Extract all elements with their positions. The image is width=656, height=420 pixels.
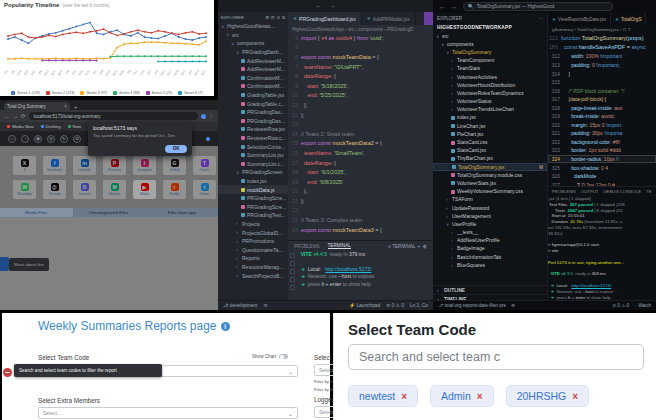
terminal-actions[interactable]: ∨ TERMINAL ＋ 🗑 (388, 244, 427, 249)
new-folder-icon[interactable]: ⊟ (271, 15, 275, 20)
explorer-item[interactable]: ›UpdatePassword (433, 204, 547, 212)
tab-files-from-app[interactable]: Files from app (145, 210, 218, 215)
command-center-search[interactable]: 🔍 TotalOrgSummary.jsx — HighestGood (463, 2, 613, 11)
explorer-item[interactable]: ›AddNewUserProfile (433, 237, 547, 245)
explorer-item[interactable]: index.jsx (433, 114, 547, 122)
app-tile[interactable]: TTwitch (193, 156, 216, 175)
explorer-item[interactable]: ›VolunteerRolesTeamDynamics (433, 89, 547, 97)
app-tile[interactable]: inLinkedIn (73, 156, 96, 175)
app-tile[interactable]: ▶Media (133, 180, 156, 199)
reload-icon[interactable]: ⟳ (21, 113, 26, 119)
team-code-search-input[interactable]: Search and select team c (348, 344, 644, 370)
app-tile[interactable]: WWhatsApp (13, 180, 36, 199)
explorer-item[interactable]: ∨src (433, 32, 547, 40)
tab-media-files[interactable]: Media Files (0, 208, 73, 217)
explorer-item[interactable]: TotalOrgSummary.jsxM (433, 163, 547, 171)
terminal-output[interactable]: VITE v4.4.5 ready in 379 ms ➜ Local: htt… (298, 251, 374, 292)
team-code-chip[interactable]: Admin × (430, 385, 494, 407)
explorer-item[interactable]: ›Projects (218, 220, 288, 229)
explorer-item[interactable]: GradingTable.jsx (218, 91, 288, 100)
explorer-item[interactable]: ∨components (433, 40, 547, 48)
tab-output[interactable]: OUTPUT (581, 189, 599, 194)
explorer-item[interactable]: ∨TotalOrgSummary (433, 48, 547, 56)
explorer-item[interactable]: StatsCard.css (433, 138, 547, 146)
explorer-item[interactable]: PRGradingDas... (218, 108, 288, 117)
browser-tab[interactable]: Total Org Summary × (4, 102, 70, 110)
app-tile[interactable]: @Threads (43, 180, 66, 199)
explorer-item[interactable]: ›SearchProjectsB... (218, 271, 288, 280)
remove-icon[interactable]: × (477, 391, 483, 402)
explorer-item[interactable]: ›BlueSquares (433, 261, 547, 269)
breadcrumb[interactable]: HighestGoodNetworkApp › src › components… (288, 25, 433, 33)
explorer-item[interactable]: LineChart.jsx (433, 122, 547, 130)
tab-viewreportsbydate[interactable]: ⚛ ViewReportsByDate.jsx (548, 13, 611, 25)
explorer-item[interactable]: VolunteerStats.jsx (433, 179, 547, 187)
tab-debug-console[interactable]: DEBUG CONSOLE (604, 189, 642, 194)
tab-close-icon[interactable]: × (64, 104, 67, 109)
nav-circle-icon[interactable]: ⧉ (73, 135, 81, 143)
explorer-item[interactable]: mockData.js (218, 185, 288, 194)
explorer-item[interactable]: PRGradingDas... (218, 117, 288, 126)
tab-terminal[interactable]: TERMINAL (328, 243, 351, 249)
app-tile[interactable]: DDiscord (73, 180, 96, 199)
show-chart-toggle[interactable] (279, 354, 288, 359)
explorer-item[interactable]: ›QuestionnaireTa... (218, 245, 288, 254)
explorer-item[interactable]: ›VolunteerStatus (433, 98, 547, 106)
code-editor[interactable]: 312 width: 100% !important313 padding: 0… (548, 52, 656, 197)
tab-problems[interactable]: PROBLEMS (294, 244, 320, 249)
explorer-item[interactable]: ›TeamStats (433, 65, 547, 73)
explorer-item[interactable]: ›TeamComponent (433, 57, 547, 65)
explorer-item[interactable]: AddReviewerM... (218, 56, 288, 65)
explorer-item[interactable]: ∨PRGradingDash... (218, 48, 288, 57)
app-tile[interactable]: tTwitter (193, 180, 216, 199)
project-root[interactable]: HIGHESTGOODNETWORKAPP (433, 23, 547, 32)
problems-count[interactable]: ⊘ 0 ⚠ 0 (386, 303, 404, 308)
explorer-item[interactable]: ›VolunteerHoursDistribution (433, 81, 547, 89)
explorer-item[interactable]: ›UserManagement (433, 212, 547, 220)
explorer-item[interactable]: AddReviewerM... (218, 65, 288, 74)
git-branch[interactable]: ⎇ development (223, 303, 257, 308)
explorer-item[interactable]: PRGradingScre... (218, 194, 288, 203)
explorer-item[interactable]: ›ProjectsGlobalD... (218, 228, 288, 237)
forward-icon[interactable]: → (451, 4, 457, 10)
breadcrumb[interactable]: gSummary › TotalOrgSummary.jsx › 🗋 T (548, 25, 656, 33)
tab-terminal[interactable]: TE (646, 189, 652, 194)
explorer-item[interactable]: PieChart.jsx (433, 130, 547, 138)
team-code-chip[interactable]: newtest × (348, 385, 418, 407)
remove-icon[interactable]: × (572, 391, 578, 402)
explorer-item[interactable]: ›ResourceManag... (218, 263, 288, 272)
new-file-icon[interactable]: ⊞ (265, 15, 269, 20)
ok-button[interactable]: OK (165, 145, 187, 153)
explorer-item[interactable]: TotalOrgSummary.module.css (433, 171, 547, 179)
app-tile[interactable]: XX (13, 156, 36, 175)
explorer-item[interactable]: ›VolunteerTrendsLineChart (433, 106, 547, 114)
tab-addprmodal[interactable]: ⚛ AddPRModal.jsx (362, 12, 416, 25)
explorer-item[interactable]: SummaryList.jsx (218, 151, 288, 160)
explorer-item[interactable]: ∨components (218, 39, 288, 48)
explorer-item[interactable]: SelectionConte... (218, 142, 288, 151)
tab-problems[interactable]: PROBLEMS (552, 189, 576, 194)
explorer-item[interactable]: ∨PRGradingScreen (218, 168, 288, 177)
back-icon[interactable]: ← (439, 4, 445, 10)
sync-icon[interactable]: ⟲ (263, 303, 267, 308)
explorer-item[interactable]: ›VolunteerActivities (433, 73, 547, 81)
info-icon[interactable]: i (221, 322, 230, 331)
nav-circle-icon[interactable]: ↻ (60, 135, 68, 143)
explorer-item[interactable]: ›__tests__ (433, 229, 547, 237)
explorer-item[interactable]: ∨HighestGoodNetwo... (218, 22, 288, 31)
nav-circle-icon[interactable]: ◔ (21, 135, 29, 143)
explorer-item[interactable]: PRGradingScre... (218, 202, 288, 211)
app-tile[interactable]: MMedium (103, 180, 126, 199)
explorer-item[interactable]: TinyBarChart.jsx (433, 155, 547, 163)
explorer-item[interactable]: ∨UserProfile (433, 220, 547, 228)
forward-icon[interactable]: → (330, 3, 336, 9)
explorer-item[interactable]: ConfirmationM... (218, 74, 288, 83)
back-icon[interactable]: ← (4, 113, 10, 119)
avatar[interactable] (201, 114, 206, 119)
explorer-item[interactable]: ConfirmationM... (218, 82, 288, 91)
team-code-chip[interactable]: 20HRSHG × (506, 385, 589, 407)
explorer-item[interactable]: GradingTable.c... (218, 99, 288, 108)
bookmark-item[interactable]: Drafting (41, 124, 61, 129)
nav-circle-icon[interactable]: ◎ (47, 135, 55, 143)
primary-button-sliver[interactable] (0, 257, 9, 271)
